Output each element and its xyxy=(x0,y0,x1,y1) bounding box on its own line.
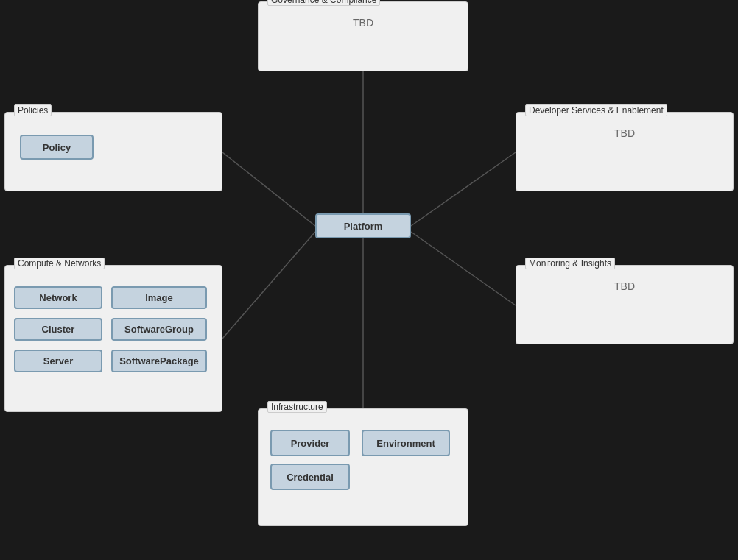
developer-title: Developer Services & Enablement xyxy=(525,104,667,116)
infra-row-1: Provider Environment xyxy=(270,430,450,456)
developer-panel: Developer Services & Enablement TBD xyxy=(516,112,734,191)
policies-title: Policies xyxy=(14,104,52,116)
infra-row-2: Credential xyxy=(270,464,450,490)
server-button[interactable]: Server xyxy=(14,350,102,372)
svg-line-1 xyxy=(222,152,315,226)
provider-button[interactable]: Provider xyxy=(270,430,350,456)
monitoring-panel: Monitoring & Insights TBD xyxy=(516,265,734,344)
governance-title: Governance & Compliance xyxy=(267,0,380,6)
compute-panel: Compute & Networks Network Image Cluster… xyxy=(4,265,222,412)
governance-panel: Governance & Compliance TBD xyxy=(258,1,468,71)
compute-title: Compute & Networks xyxy=(14,258,105,269)
softwaregroup-button[interactable]: SoftwareGroup xyxy=(111,318,207,341)
svg-line-3 xyxy=(222,232,315,339)
platform-node[interactable]: Platform xyxy=(315,213,411,238)
policies-panel: Policies Policy xyxy=(4,112,222,191)
svg-line-2 xyxy=(411,152,516,226)
policy-button[interactable]: Policy xyxy=(20,135,94,160)
network-button[interactable]: Network xyxy=(14,286,102,309)
infrastructure-panel: Infrastructure Provider Environment Cred… xyxy=(258,408,468,526)
diagram-container: Platform Governance & Compliance TBD Pol… xyxy=(0,0,738,560)
softwarepackage-button[interactable]: SoftwarePackage xyxy=(111,350,207,372)
compute-buttons-grid: Network Image Cluster SoftwareGroup Serv… xyxy=(14,286,207,372)
infrastructure-title: Infrastructure xyxy=(267,401,327,413)
developer-tbd: TBD xyxy=(516,127,733,139)
image-button[interactable]: Image xyxy=(111,286,207,309)
credential-button[interactable]: Credential xyxy=(270,464,350,490)
platform-label: Platform xyxy=(344,221,383,232)
environment-button[interactable]: Environment xyxy=(362,430,450,456)
monitoring-tbd: TBD xyxy=(516,280,733,292)
cluster-button[interactable]: Cluster xyxy=(14,318,102,341)
monitoring-title: Monitoring & Insights xyxy=(525,258,615,269)
svg-line-4 xyxy=(411,232,516,305)
governance-tbd: TBD xyxy=(259,17,468,29)
infrastructure-buttons: Provider Environment Credential xyxy=(270,430,450,490)
